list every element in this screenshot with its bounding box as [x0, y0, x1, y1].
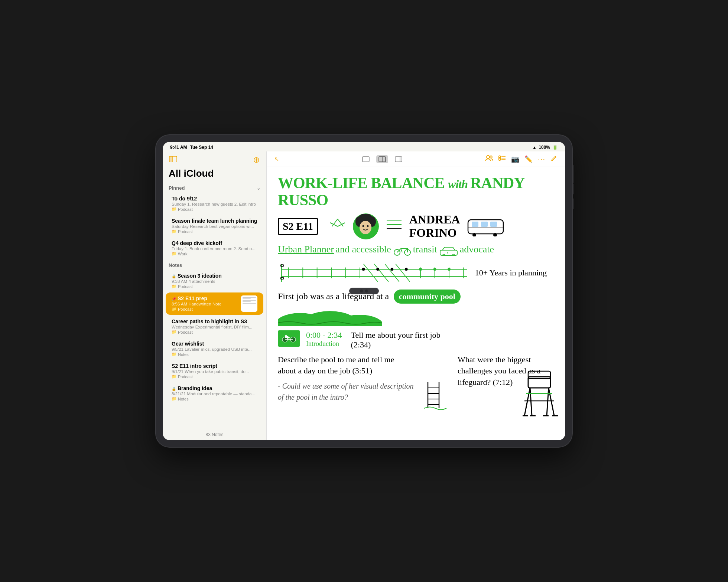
ipad-frame: 9:41 AM Tue Sep 14 ▲ 100% 🔋 [156, 135, 572, 447]
sidebar-toggle-icon[interactable] [169, 156, 178, 165]
back-arrow-icon[interactable]: ↖ [274, 156, 279, 163]
chevron-down-icon: ⌄ [257, 186, 260, 191]
note-folder: 📁 Podcast [172, 330, 257, 334]
sidebar-title: All iCloud [163, 167, 266, 182]
note-s2e11-prep[interactable]: 📌 S2 E11 prep 8:56 AM Handwritten Note 📁… [166, 292, 263, 315]
note-folder: 📁 Podcast [172, 307, 239, 311]
svg-rect-32 [481, 222, 488, 227]
status-bar: 9:41 AM Tue Sep 14 ▲ 100% 🔋 [163, 142, 565, 151]
svg-rect-0 [169, 156, 172, 162]
view-single-button[interactable] [360, 155, 372, 163]
guest-face-doodle [353, 213, 379, 239]
note-list[interactable]: Pinned ⌄ To do 9/12 Sunday 1. Research n… [163, 182, 266, 429]
folder-icon: 📁 [172, 396, 177, 401]
svg-rect-6 [395, 157, 402, 162]
svg-line-53 [385, 264, 399, 282]
svg-point-58 [405, 268, 408, 271]
note-s2e11-intro[interactable]: S2 E11 intro script 9/1/21 When you take… [166, 360, 263, 382]
date-display: Tue Sep 14 [190, 145, 213, 150]
checklist-icon[interactable] [498, 155, 506, 163]
episode-row: S2 E11 [278, 213, 554, 239]
note-main-title: WORK-LIFE BALANCE with RANDY RUSSO [278, 174, 554, 209]
folder-icon: 📁 [172, 330, 177, 334]
note-folder: 📁 Notes [172, 352, 257, 357]
sidebar-header: ⊕ [163, 151, 266, 167]
compose-icon[interactable] [550, 154, 558, 164]
folder-icon: 📁 [172, 251, 177, 256]
camera-icon[interactable]: 📷 [511, 155, 519, 163]
car-doodle: $ [439, 246, 458, 256]
time-display: 9:41 AM [170, 145, 187, 150]
note-folder: 📁 Notes [172, 396, 257, 401]
svg-line-18 [330, 223, 338, 226]
note-season3-ideation[interactable]: 🔒 Season 3 ideation 9:38 AM 4 attachment… [166, 270, 263, 292]
bus-doodle [466, 216, 507, 236]
svg-point-26 [367, 225, 369, 227]
pinned-note-finale[interactable]: Season finale team lunch planning Saturd… [166, 215, 263, 237]
view-sidebar-button[interactable] [393, 155, 404, 163]
svg-line-87 [530, 388, 532, 416]
cassette-icon [278, 330, 300, 347]
note-branding-idea[interactable]: 🔒 Branding idea 8/21/21 Modular and repe… [166, 382, 263, 404]
note-gear-wishlist[interactable]: Gear wishlist 9/5/21 Lavalier mics, upgr… [166, 338, 263, 360]
status-bar-left: 9:41 AM Tue Sep 14 [170, 145, 213, 150]
pinned-note-todo[interactable]: To do 9/12 Sunday 1. Research new guests… [166, 193, 263, 215]
notes-section-label: Notes [163, 259, 266, 269]
hills-doodle [278, 307, 382, 326]
folder-icon: 📁 [172, 352, 177, 357]
svg-rect-33 [490, 222, 497, 227]
italic-note: - Could we use some of her visual descri… [278, 380, 450, 403]
svg-point-56 [376, 268, 379, 271]
svg-point-9 [490, 156, 492, 158]
guest-name: ANDREA FORINO [409, 213, 460, 239]
volume-down-button[interactable] [572, 198, 573, 209]
status-bar-right: ▲ 100% 🔋 [532, 145, 558, 150]
power-button[interactable] [572, 165, 573, 183]
view-split-button[interactable] [376, 155, 388, 163]
svg-point-55 [362, 268, 365, 271]
episode-badge: S2 E11 [278, 218, 318, 235]
transit-diagram-row: 10+ Years in planning [278, 260, 554, 286]
svg-line-86 [549, 388, 554, 416]
note-canvas[interactable]: WORK-LIFE BALANCE with RANDY RUSSO S2 E1… [267, 167, 565, 440]
burst-doodle-right [385, 217, 403, 236]
svg-line-88 [547, 388, 549, 416]
toolbar-center [360, 155, 404, 163]
svg-line-19 [338, 223, 345, 226]
burst-doodle [328, 217, 347, 236]
note-folder: 📁 Podcast [172, 207, 257, 212]
main-content: ⊕ All iCloud Pinned ⌄ To do 9/12 Sunday … [163, 151, 565, 440]
rail-diagram [278, 260, 471, 286]
svg-point-57 [391, 268, 394, 271]
svg-line-85 [524, 388, 530, 416]
folder-icon: 📁 [172, 229, 177, 234]
bike-doodle [393, 246, 411, 256]
pin-icon: 📌 [172, 297, 176, 301]
camera-lens [360, 290, 363, 292]
svg-point-8 [487, 156, 490, 158]
pinned-note-kickoff[interactable]: Q4 deep dive kickoff Friday 1. Book conf… [166, 237, 263, 259]
years-text: 10+ Years in planning [475, 268, 554, 278]
battery-icon: 🔋 [552, 145, 558, 150]
community-pool-badge: community pool [394, 290, 461, 304]
note-item-row: 📌 S2 E11 prep 8:56 AM Handwritten Note 📁… [172, 295, 257, 312]
battery-percent: 100% [539, 145, 550, 150]
note-career-paths[interactable]: Career paths to highlight in S3 Wednesda… [166, 315, 263, 337]
more-options-icon[interactable]: ⊕ [252, 154, 260, 166]
svg-rect-76 [285, 335, 287, 338]
svg-rect-3 [363, 157, 369, 162]
volume-up-button[interactable] [572, 183, 573, 194]
timestamp-text-block: 0:00 - 2:34 Introduction [306, 330, 342, 348]
note-folder: 📁 Podcast [172, 374, 257, 379]
pencil-markup-icon[interactable]: ✏️ [524, 155, 533, 163]
pool-ladder-doodle [420, 380, 450, 410]
toolbar-right: 📷 ✏️ ··· [485, 154, 558, 164]
folder-icon: 📁 [172, 307, 177, 311]
note-folder: 📁 Work [172, 251, 257, 256]
right-questions: What were the biggest challenges you fac… [458, 354, 554, 411]
folder-icon: 📁 [172, 284, 177, 289]
first-job-question: Tell me about your first job (2:34) [351, 330, 462, 350]
ellipsis-icon[interactable]: ··· [538, 155, 545, 163]
svg-line-54 [396, 264, 410, 282]
collaborate-icon[interactable] [485, 155, 493, 163]
